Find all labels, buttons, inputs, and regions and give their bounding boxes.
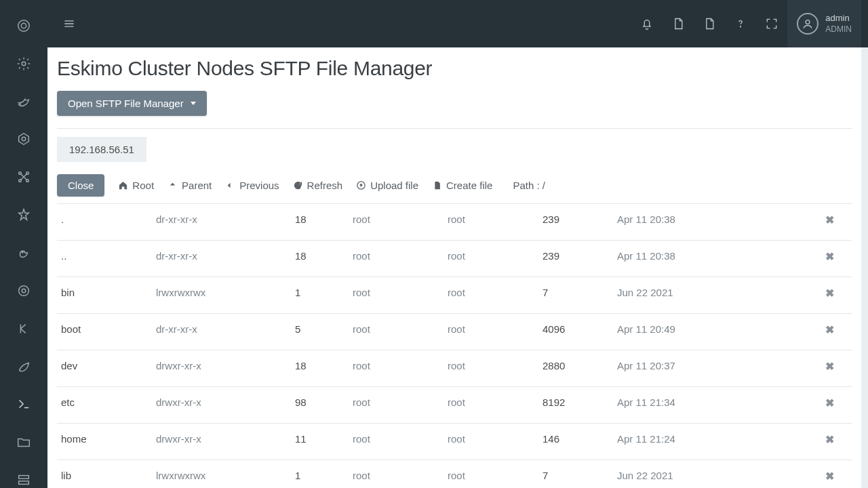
file-owner: root (349, 241, 443, 277)
file-name: lib (57, 460, 152, 489)
sidebar-item-star-icon[interactable] (16, 207, 32, 223)
delete-icon[interactable]: ✖ (825, 361, 834, 372)
table-row[interactable]: binlrwxrwxrwx1rootroot7Jun 22 2021✖ (57, 277, 852, 314)
file-delete[interactable]: ✖ (784, 387, 852, 424)
file-group: root (443, 387, 538, 424)
sidebar-item-folder-icon[interactable] (16, 434, 32, 450)
help-icon[interactable] (725, 8, 756, 39)
file-size: 7 (538, 460, 613, 489)
table-row[interactable]: ..dr-xr-xr-x18rootroot239Apr 11 20:38✖ (57, 241, 852, 277)
sidebar-item-server-icon[interactable] (16, 472, 32, 488)
file-delete[interactable]: ✖ (784, 314, 852, 350)
close-button[interactable]: Close (57, 174, 104, 197)
svg-point-15 (806, 20, 810, 24)
sidebar-item-kube-icon[interactable] (16, 131, 32, 148)
svg-point-0 (18, 20, 30, 32)
file-perm: dr-xr-xr-x (152, 314, 291, 350)
file-delete[interactable]: ✖ (784, 241, 852, 277)
previous-link[interactable]: Previous (225, 180, 279, 191)
sidebar-item-target-icon[interactable] (16, 283, 32, 299)
file-links: 18 (291, 204, 349, 241)
file-delete[interactable]: ✖ (784, 460, 852, 489)
parent-link[interactable]: Parent (167, 180, 212, 191)
page-title: Eskimo Cluster Nodes SFTP File Manager (57, 57, 852, 80)
file2-icon[interactable] (694, 8, 725, 39)
table-row[interactable]: devdrwxr-xr-x18rootroot2880Apr 11 20:37✖ (57, 350, 852, 387)
file-owner: root (349, 424, 443, 460)
file-date: Jun 22 2021 (613, 277, 784, 314)
content: Eskimo Cluster Nodes SFTP File Manager O… (47, 47, 868, 488)
sidebar-item-k-icon[interactable] (16, 321, 32, 337)
refresh-link[interactable]: Refresh (293, 180, 343, 191)
refresh-icon (293, 180, 303, 190)
file-name: home (57, 424, 152, 460)
file-owner: root (349, 350, 443, 387)
sidebar-item-leaf-icon[interactable] (16, 359, 32, 375)
sidebar-item-bird-icon[interactable] (16, 94, 32, 110)
fullscreen-icon[interactable] (756, 8, 787, 39)
file-links: 18 (291, 350, 349, 387)
menu-toggle-icon[interactable] (56, 10, 83, 37)
delete-icon[interactable]: ✖ (825, 214, 834, 226)
table-row[interactable]: .dr-xr-xr-x18rootroot239Apr 11 20:38✖ (57, 204, 852, 241)
file-delete[interactable]: ✖ (784, 204, 852, 241)
svg-point-10 (19, 285, 29, 296)
sidebar-item-graph-icon[interactable] (16, 169, 32, 185)
file-owner: root (349, 387, 443, 424)
file-date: Jun 22 2021 (613, 460, 784, 489)
open-sftp-button[interactable]: Open SFTP File Manager (57, 91, 207, 116)
svg-rect-13 (19, 481, 29, 485)
file-delete[interactable]: ✖ (784, 350, 852, 387)
divider (57, 128, 852, 129)
file-delete[interactable]: ✖ (784, 277, 852, 314)
arrow-left-icon (225, 180, 235, 190)
path-label: Path : / (513, 180, 545, 191)
file-name: .. (57, 241, 152, 277)
file-links: 1 (291, 277, 349, 314)
delete-icon[interactable]: ✖ (825, 287, 834, 299)
file-group: root (443, 460, 538, 489)
file-size: 239 (538, 241, 613, 277)
table-row[interactable]: etcdrwxr-xr-x98rootroot8192Apr 11 21:34✖ (57, 387, 852, 424)
arrow-up-icon (167, 180, 178, 190)
delete-icon[interactable]: ✖ (825, 397, 834, 409)
file-group: root (443, 314, 538, 350)
svg-point-11 (22, 289, 26, 293)
file-delete[interactable]: ✖ (784, 424, 852, 460)
file-size: 2880 (538, 350, 613, 387)
file-size: 7 (538, 277, 613, 314)
delete-icon[interactable]: ✖ (825, 470, 834, 482)
table-row[interactable]: bootdr-xr-xr-x5rootroot4096Apr 11 20:49✖ (57, 314, 852, 350)
sidebar (0, 0, 47, 488)
svg-marker-3 (19, 134, 29, 145)
delete-icon[interactable]: ✖ (825, 434, 834, 445)
file-perm: lrwxrwxrwx (152, 277, 291, 314)
host-tab[interactable]: 192.168.56.51 (57, 137, 146, 162)
file-size: 8192 (538, 387, 613, 424)
file-perm: drwxr-xr-x (152, 387, 291, 424)
file-icon[interactable] (663, 8, 694, 39)
sidebar-item-duck-icon[interactable] (16, 245, 32, 261)
root-link[interactable]: Root (118, 180, 154, 191)
file-owner: root (349, 314, 443, 350)
file-size: 239 (538, 204, 613, 241)
sidebar-item-terminal-icon[interactable] (16, 396, 32, 412)
upload-icon (356, 180, 366, 190)
delete-icon[interactable]: ✖ (825, 324, 834, 336)
bell-icon[interactable] (631, 8, 663, 39)
svg-rect-12 (19, 476, 29, 479)
create-link[interactable]: Create file (432, 180, 492, 191)
file-links: 5 (291, 314, 349, 350)
logo-icon[interactable] (16, 18, 32, 34)
svg-point-14 (741, 26, 741, 27)
table-row[interactable]: liblrwxrwxrwx1rootroot7Jun 22 2021✖ (57, 460, 852, 489)
user-menu[interactable]: admin ADMIN (787, 0, 861, 47)
delete-icon[interactable]: ✖ (825, 251, 834, 262)
file-owner: root (349, 460, 443, 489)
table-row[interactable]: homedrwxr-xr-x11rootroot146Apr 11 21:24✖ (57, 424, 852, 460)
avatar-icon (797, 13, 818, 35)
sidebar-item-gear-icon[interactable] (16, 56, 32, 72)
user-name: admin (825, 13, 852, 24)
file-name: . (57, 204, 152, 241)
upload-link[interactable]: Upload file (356, 180, 418, 191)
